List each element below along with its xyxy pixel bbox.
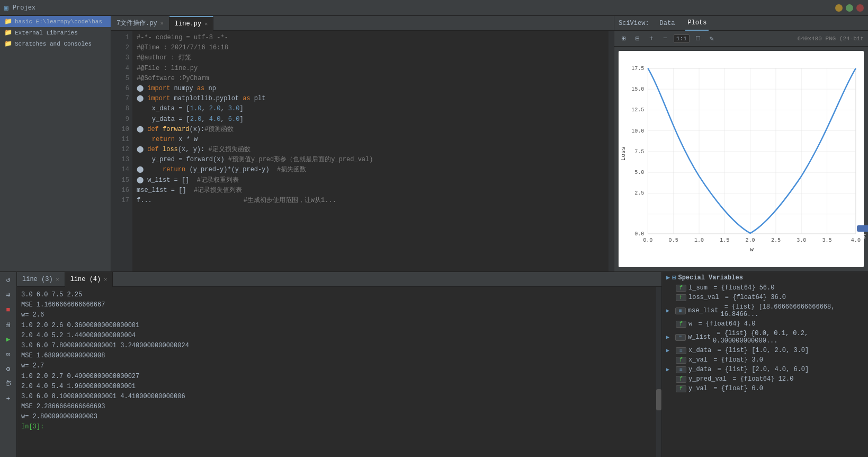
- var-y-pred-val: f y_pred_val = {float64} 12.0: [662, 374, 868, 384]
- sidebar-item-label: basic E:\learnpy\code\bas: [15, 19, 102, 25]
- stop-btn[interactable]: ■: [3, 304, 14, 315]
- code-line-2: #@Time : 2021/7/16 16:18: [137, 43, 604, 53]
- console-tab-line3[interactable]: line (3) ✕: [17, 272, 65, 287]
- tab-plots[interactable]: Plots: [685, 16, 709, 31]
- console-action-bar: ↺ ⇉ ■ 🖨 ▶ ∞ ⚙ ⏱ +: [0, 272, 17, 457]
- settings-btn[interactable]: ⚙: [3, 363, 14, 375]
- svg-text:3.5: 3.5: [822, 238, 832, 243]
- language-badge[interactable]: 英: [857, 225, 868, 232]
- clock-btn[interactable]: ⏱: [3, 378, 14, 390]
- console-line: 2.0 4.0 5.2 1.4400000000000004: [21, 331, 652, 341]
- console-line: 1.0 2.0 2.6 0.36000000000000001: [21, 321, 652, 331]
- close-btn[interactable]: [856, 4, 864, 12]
- center-layout: 7文件操作.py ✕ line.py ✕ 12345 678910 111213…: [111, 16, 868, 271]
- console-tab-close[interactable]: ✕: [56, 276, 59, 283]
- svg-text:0.0: 0.0: [643, 238, 652, 243]
- var-w-list: ▶ ≡ w_list = {list} {0.0, 0.1, 0.2, 0.30…: [662, 329, 868, 346]
- sidebar-item-scratches[interactable]: 📁 Scratches and Consoles: [0, 38, 111, 49]
- code-line-13: y_pred = forward(x) #预测值y_pred形参（也就是后面的y…: [137, 155, 604, 165]
- image-info: 640x480 PNG (24-bit: [798, 36, 864, 42]
- sidebar-item-label: External Libraries: [15, 30, 78, 36]
- console-scrollbar[interactable]: [656, 287, 661, 457]
- folder-icon: 📁: [4, 40, 12, 48]
- svg-text:10.0: 10.0: [631, 128, 644, 134]
- aspect-btn[interactable]: □: [693, 33, 703, 44]
- console-area: line (3) ✕ line (4) ✕ 3.0 6.0 7.5 2.25 M…: [17, 272, 661, 457]
- console-line: 3.0 6.0 7.5 2.25: [21, 290, 652, 300]
- special-vars-header[interactable]: ▶ ⊞ Special Variables: [662, 272, 868, 283]
- console-line: In[3]:: [21, 422, 652, 432]
- plot-area: 17.5 15.0 12.5 10.0 7.5 5.0 2.5 0.0 0.0 …: [619, 51, 864, 267]
- svg-text:4.0: 4.0: [851, 238, 861, 243]
- grid-btn[interactable]: ⊟: [632, 33, 643, 44]
- var-x-data: ▶ ≡ x_data = {list} [1.0, 2.0, 3.0]: [662, 346, 868, 355]
- folder-icon: 📁: [4, 29, 12, 37]
- pick-color-btn[interactable]: ✎: [706, 33, 717, 44]
- tab-close-line[interactable]: ✕: [204, 21, 208, 27]
- svg-text:15.0: 15.0: [631, 86, 644, 92]
- minimize-btn[interactable]: [835, 4, 843, 12]
- console-output[interactable]: 3.0 6.0 7.5 2.25 MSE 1.1666666666666667 …: [17, 287, 656, 457]
- sciview-panel: SciView: Data Plots ⊞ ⊟ + − 1:1 □ ✎ 640x…: [614, 16, 868, 271]
- console-line: MSE 1.6800000000000008: [21, 351, 652, 361]
- code-content[interactable]: #-*- codeing = utf-8 -*- #@Time : 2021/7…: [132, 31, 609, 271]
- sidebar-item-external-libraries[interactable]: 📁 External Libraries: [0, 27, 111, 38]
- var-loss-val: f loss_val = {float64} 36.0: [662, 293, 868, 302]
- step-btn[interactable]: ⇉: [3, 289, 14, 301]
- console-line: MSE 1.1666666666666667: [21, 300, 652, 310]
- special-vars-icon: ⊞: [672, 274, 676, 282]
- sciview-tab-bar: SciView: Data Plots: [614, 16, 868, 31]
- var-l-sum: f l_sum = {float64} 56.0: [662, 283, 868, 293]
- console-line: w= 2.800000000000003: [21, 412, 652, 422]
- top-bar: ▣ Projex: [0, 0, 868, 16]
- console-line: w= 2.7: [21, 361, 652, 371]
- sidebar-item-label: Scratches and Consoles: [15, 41, 92, 47]
- code-line-1: #-*- codeing = utf-8 -*-: [137, 33, 604, 43]
- loss-plot: 17.5 15.0 12.5 10.0 7.5 5.0 2.5 0.0 0.0 …: [619, 51, 864, 267]
- console-line: w= 2.6: [21, 310, 652, 320]
- bottom-section: ↺ ⇉ ■ 🖨 ▶ ∞ ⚙ ⏱ + line (3) ✕ line (4) ✕ …: [0, 271, 868, 457]
- rerun-btn[interactable]: ↺: [3, 274, 14, 286]
- editor-area: 7文件操作.py ✕ line.py ✕ 12345 678910 111213…: [111, 16, 614, 271]
- add-btn[interactable]: +: [3, 393, 14, 405]
- console-tab-line4[interactable]: line (4) ✕: [65, 272, 113, 287]
- svg-text:7.5: 7.5: [634, 149, 644, 155]
- editor-tab-bar: 7文件操作.py ✕ line.py ✕: [111, 16, 614, 31]
- svg-rect-1: [648, 68, 856, 234]
- print-btn[interactable]: 🖨: [3, 319, 14, 330]
- svg-text:Loss: Loss: [620, 147, 627, 161]
- window-controls: [835, 4, 864, 12]
- console-tab-label: line (3): [22, 276, 53, 283]
- console-line: 2.0 4.0 5.4 1.9600000000000001: [21, 382, 652, 392]
- svg-text:5.0: 5.0: [634, 170, 644, 175]
- console-tab-bar: line (3) ✕ line (4) ✕: [17, 272, 661, 287]
- console-tab-close[interactable]: ✕: [104, 276, 107, 283]
- debug-btn[interactable]: ∞: [3, 348, 14, 360]
- sidebar-item-basic[interactable]: 📁 basic E:\learnpy\code\bas: [0, 16, 111, 27]
- svg-text:2.5: 2.5: [771, 238, 781, 243]
- console-line: 3.0 6.0 7.800000000000001 3.240000000000…: [21, 341, 652, 351]
- var-w: f w = {float64} 4.0: [662, 319, 868, 329]
- svg-text:1.5: 1.5: [720, 238, 729, 243]
- console-line: MSE 2.2866666666666693: [21, 402, 652, 412]
- tab-close-7file[interactable]: ✕: [160, 20, 164, 27]
- svg-text:0.5: 0.5: [669, 238, 678, 243]
- tab-data[interactable]: Data: [658, 16, 677, 31]
- sciview-label: SciView:: [619, 20, 649, 27]
- code-line-7: ⬤ import matplotlib.pyplot as plt: [137, 94, 604, 104]
- zoom-level: 1:1: [674, 34, 690, 43]
- zoom-in-btn[interactable]: +: [646, 33, 657, 44]
- main-layout: 📁 basic E:\learnpy\code\bas 📁 External L…: [0, 16, 868, 271]
- top-bar-title: Projex: [13, 4, 35, 12]
- maximize-btn[interactable]: [846, 4, 853, 12]
- fit-view-btn[interactable]: ⊞: [619, 33, 629, 44]
- svg-text:3.0: 3.0: [797, 238, 806, 243]
- editor-scrollbar[interactable]: [609, 31, 614, 271]
- project-icon: ▣: [4, 4, 8, 12]
- folder-icon: 📁: [4, 17, 12, 25]
- tab-line[interactable]: line.py ✕: [169, 16, 213, 31]
- zoom-out-btn[interactable]: −: [660, 33, 670, 44]
- run-btn[interactable]: ▶: [3, 333, 14, 345]
- expand-special-vars-icon: ▶: [666, 274, 670, 282]
- tab-7file[interactable]: 7文件操作.py ✕: [111, 16, 169, 31]
